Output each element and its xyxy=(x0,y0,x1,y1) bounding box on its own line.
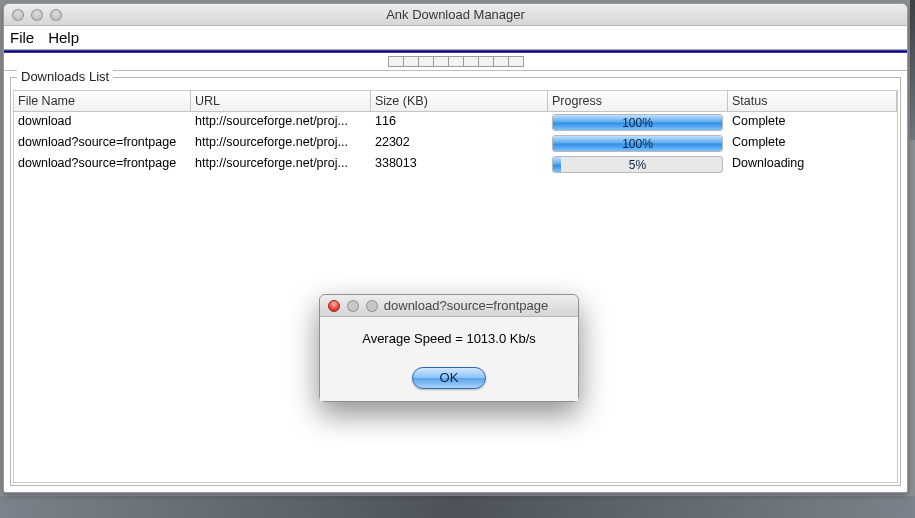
toolbar xyxy=(4,53,907,71)
toolbar-button-2[interactable] xyxy=(403,56,419,67)
cell-file: download?source=frontpage xyxy=(14,133,191,154)
dialog-title: download?source=frontpage xyxy=(360,298,572,313)
col-progress[interactable]: Progress xyxy=(548,91,728,112)
toolbar-button-5[interactable] xyxy=(448,56,464,67)
menu-bar: File Help xyxy=(4,26,907,50)
main-window: Ank Download Manager File Help Downloads… xyxy=(3,3,908,493)
table-row[interactable]: download?source=frontpage http://sourcef… xyxy=(14,154,897,175)
col-status[interactable]: Status xyxy=(728,91,897,112)
window-title: Ank Download Manager xyxy=(4,7,907,22)
dialog-titlebar[interactable]: download?source=frontpage xyxy=(320,295,578,317)
progress-bar: 100% xyxy=(552,135,723,152)
cell-size: 338013 xyxy=(371,154,548,175)
cell-url: http://sourceforge.net/proj... xyxy=(191,133,371,154)
table-row[interactable]: download?source=frontpage http://sourcef… xyxy=(14,133,897,154)
dialog-minimize-button[interactable] xyxy=(347,300,359,312)
cell-file: download?source=frontpage xyxy=(14,154,191,175)
dialog-message: Average Speed = 1013.0 Kb/s xyxy=(362,331,536,346)
cell-size: 22302 xyxy=(371,133,548,154)
toolbar-button-1[interactable] xyxy=(388,56,404,67)
ok-button[interactable]: OK xyxy=(412,367,486,389)
cell-progress: 100% xyxy=(548,112,728,133)
downloads-group-title: Downloads List xyxy=(17,69,113,84)
downloads-group: Downloads List File Name URL Size (KB) P… xyxy=(10,77,901,486)
progress-label: 5% xyxy=(553,157,722,172)
progress-label: 100% xyxy=(553,136,722,151)
window-zoom-button[interactable] xyxy=(50,9,62,21)
cell-status: Complete xyxy=(728,112,897,133)
cell-url: http://sourceforge.net/proj... xyxy=(191,112,371,133)
menu-help[interactable]: Help xyxy=(48,29,79,46)
toolbar-button-6[interactable] xyxy=(463,56,479,67)
progress-label: 100% xyxy=(553,115,722,130)
menu-file[interactable]: File xyxy=(10,29,34,46)
downloads-table: File Name URL Size (KB) Progress Status … xyxy=(13,90,898,483)
cell-size: 116 xyxy=(371,112,548,133)
cell-status: Complete xyxy=(728,133,897,154)
toolbar-button-3[interactable] xyxy=(418,56,434,67)
toolbar-button-4[interactable] xyxy=(433,56,449,67)
window-minimize-button[interactable] xyxy=(31,9,43,21)
cell-progress: 100% xyxy=(548,133,728,154)
cell-status: Downloading xyxy=(728,154,897,175)
col-url[interactable]: URL xyxy=(191,91,371,112)
speed-dialog: download?source=frontpage Average Speed … xyxy=(319,294,579,402)
cell-url: http://sourceforge.net/proj... xyxy=(191,154,371,175)
table-row[interactable]: download http://sourceforge.net/proj... … xyxy=(14,112,897,133)
toolbar-button-9[interactable] xyxy=(508,56,524,67)
progress-bar: 5% xyxy=(552,156,723,173)
toolbar-buttons xyxy=(388,56,524,67)
col-file-name[interactable]: File Name xyxy=(14,91,191,112)
toolbar-button-8[interactable] xyxy=(493,56,509,67)
toolbar-button-7[interactable] xyxy=(478,56,494,67)
cell-file: download xyxy=(14,112,191,133)
cell-progress: 5% xyxy=(548,154,728,175)
col-size[interactable]: Size (KB) xyxy=(371,91,548,112)
table-header-row: File Name URL Size (KB) Progress Status xyxy=(14,91,897,112)
progress-bar: 100% xyxy=(552,114,723,131)
titlebar[interactable]: Ank Download Manager xyxy=(4,4,907,26)
dialog-close-button[interactable] xyxy=(328,300,340,312)
window-close-button[interactable] xyxy=(12,9,24,21)
